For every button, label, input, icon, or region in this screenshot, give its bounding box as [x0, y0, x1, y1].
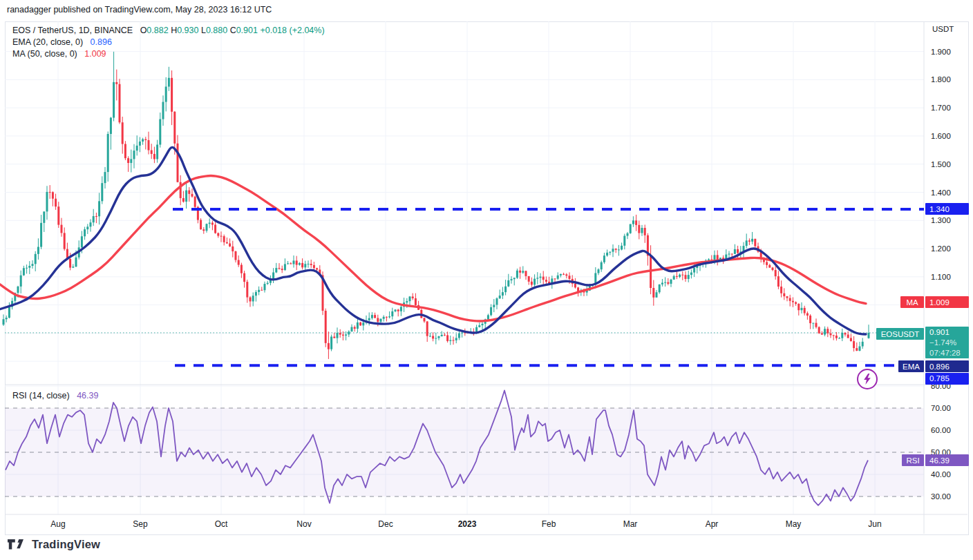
symbol-legend-row[interactable]: EOS / TetherUS, 1D, BINANCE O0.882 H0.93…: [12, 26, 325, 35]
price-tick: 1.500: [931, 160, 951, 168]
bolt-glyph: [863, 374, 871, 385]
axis-currency-label: USDT: [932, 25, 954, 33]
symbol-title: EOS / TetherUS, 1D, BINANCE: [12, 26, 133, 35]
lightning-bolt-icon[interactable]: [857, 369, 878, 389]
rsi-axis-label: RSI: [902, 454, 924, 466]
ma-legend-row[interactable]: MA (50, close, 0) 1.009: [12, 49, 106, 59]
level-badge-0785: 0.785: [925, 373, 969, 385]
time-label: Aug: [50, 519, 65, 529]
ohlc-close: C0.901: [230, 26, 258, 35]
ma-label: MA (50, close, 0): [12, 49, 77, 59]
time-label: Oct: [215, 519, 228, 529]
tradingview-chart-window: ranadagger published on TradingView.com,…: [0, 0, 973, 560]
ohlc-open: O0.882: [140, 26, 169, 35]
price-tick: 1.600: [931, 132, 951, 140]
ohlc-low: L0.880: [201, 26, 227, 35]
ohlc-high: H0.930: [171, 26, 198, 35]
time-label: Jun: [868, 519, 881, 529]
ma-value-badge: 1.009: [925, 296, 969, 308]
tradingview-logo-text: TradingView: [32, 538, 100, 551]
time-label: Sep: [133, 519, 147, 529]
symbol-axis-label: EOSUSDT: [876, 328, 924, 340]
tradingview-logo[interactable]: TradingView: [8, 538, 100, 551]
tradingview-logo-icon: [8, 539, 27, 550]
price-tick: 1.200: [931, 244, 951, 253]
time-label: Nov: [296, 519, 311, 529]
time-label: Mar: [623, 519, 638, 529]
ema-value: 0.896: [91, 37, 112, 47]
time-label: Apr: [706, 519, 719, 529]
price-tick: 1.700: [931, 104, 951, 112]
price-tick: 1.300: [931, 216, 951, 224]
rsi-label: RSI (14, close): [12, 391, 70, 400]
price-tick: 1.800: [931, 75, 951, 84]
last-price-badge: 0.901 −1.74% 07:47:28: [925, 327, 969, 358]
ma-axis-label: MA: [900, 296, 924, 308]
price-tick: 1.400: [931, 189, 951, 197]
ema-legend-row[interactable]: EMA (20, close, 0) 0.896: [12, 37, 112, 47]
rsi-value-badge: 46.39: [925, 454, 969, 466]
ma-value: 1.009: [84, 49, 106, 59]
rsi-tick: 30.00: [931, 492, 951, 501]
rsi-legend-row[interactable]: RSI (14, close) 46.39: [12, 391, 98, 400]
rsi-tick: 40.00: [931, 470, 951, 479]
rsi-value: 46.39: [77, 391, 98, 400]
price-tick: 1.100: [931, 273, 951, 281]
time-label: May: [786, 519, 802, 529]
time-label: Feb: [542, 519, 556, 529]
level-badge-1340: 1.340: [925, 203, 969, 215]
time-label: 2023: [458, 519, 477, 529]
ema-value-badge: 0.896: [925, 360, 969, 372]
rsi-tick: 70.00: [931, 404, 951, 412]
rsi-tick: 60.00: [931, 426, 951, 434]
chart-canvas[interactable]: [0, 0, 973, 560]
time-label: Dec: [378, 519, 393, 529]
ema-label: EMA (20, close, 0): [12, 37, 83, 47]
price-tick: 1.900: [931, 48, 951, 56]
ema-axis-label: EMA: [898, 360, 924, 372]
change-value: +0.018 (+2.04%): [260, 26, 324, 35]
